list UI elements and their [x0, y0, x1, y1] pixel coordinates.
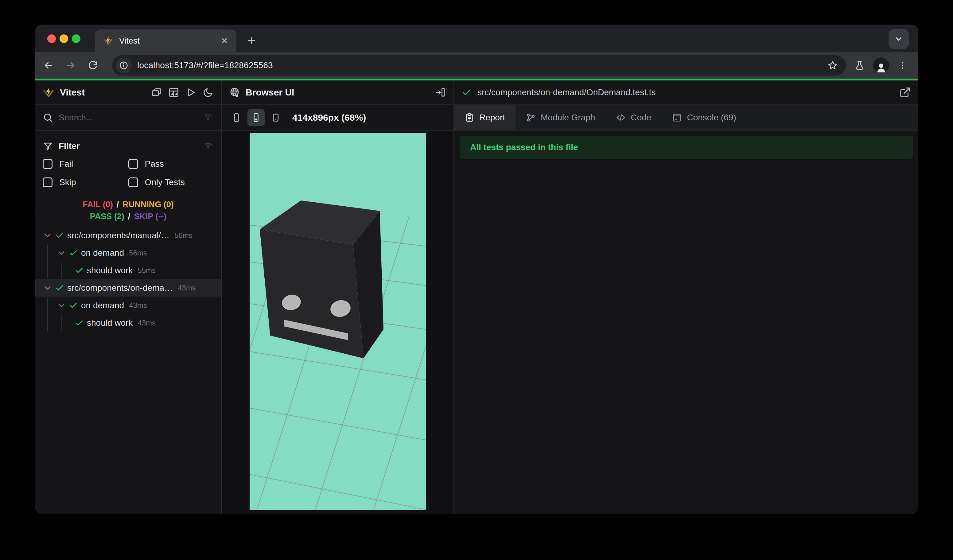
code-icon: [616, 113, 626, 123]
tab-label: Code: [631, 113, 651, 123]
test-label: on demand: [81, 301, 124, 310]
preview-area: [222, 131, 453, 514]
tab-module-graph[interactable]: Module Graph: [515, 105, 605, 130]
run-all-icon[interactable]: [185, 87, 197, 98]
clipboard-icon: [464, 113, 474, 123]
test-label: should work: [87, 318, 133, 328]
vitest-favicon-icon: [103, 36, 113, 46]
forward-button[interactable]: [62, 57, 79, 74]
new-tab-button[interactable]: [242, 31, 261, 50]
browser-tab[interactable]: Vitest: [95, 29, 236, 52]
summary-line-1: FAIL (0) / RUNNING (0): [82, 200, 174, 209]
menu-dots-icon[interactable]: [894, 57, 911, 74]
pass-count: PASS (2): [90, 212, 124, 221]
back-button[interactable]: [40, 57, 57, 74]
pass-check-icon: [75, 318, 84, 327]
zoom-window-button[interactable]: [72, 34, 81, 43]
test-summary: FAIL (0) / RUNNING (0) PASS (2) / SKIP (…: [35, 195, 221, 226]
test-label: should work: [87, 265, 133, 275]
tab-title: Vitest: [119, 36, 140, 46]
tab-strip: Vitest: [35, 25, 918, 52]
search-bar[interactable]: Search...: [35, 105, 221, 131]
tree-row-file-on-demand[interactable]: src/components/on-dema… 43ms: [35, 279, 221, 296]
vitest-ui: Vitest: [35, 81, 918, 514]
test-duration: 43ms: [138, 319, 156, 327]
checkbox[interactable]: [43, 177, 53, 187]
device-phone-icon[interactable]: [228, 109, 245, 126]
module-graph-icon: [526, 113, 536, 123]
separator: /: [128, 212, 130, 221]
globe-icon: [229, 87, 240, 98]
sidebar-title: Vitest: [60, 87, 85, 98]
browser-preview-canvas[interactable]: [250, 133, 426, 510]
chevron-down-icon[interactable]: [56, 248, 66, 258]
clear-filter-icon[interactable]: [204, 113, 214, 123]
test-label: on demand: [81, 248, 124, 258]
reload-button[interactable]: [84, 57, 101, 74]
chevron-down-icon[interactable]: [43, 283, 53, 293]
test-duration: 55ms: [138, 266, 156, 275]
report-content: All tests passed in this file: [454, 131, 918, 514]
filter-checkbox-skip[interactable]: Skip: [43, 177, 128, 187]
tree-row-test[interactable]: should work 55ms: [35, 262, 221, 279]
dark-mode-moon-icon[interactable]: [203, 87, 214, 98]
viewport-size-label: 414x896px (68%): [292, 112, 366, 123]
device-tablet-icon[interactable]: [267, 109, 284, 126]
pass-check-icon: [55, 231, 64, 240]
device-phone-plus-icon[interactable]: [247, 109, 265, 126]
site-info-icon[interactable]: [116, 57, 132, 73]
filter-checkbox-only-tests[interactable]: Only Tests: [128, 177, 214, 187]
browser-window: Vitest localhost:5173/#/?file=1828625563: [35, 25, 918, 514]
file-path: src/components/on-demand/OnDemand.test.t…: [477, 87, 656, 97]
dock-toggle-icon[interactable]: [151, 87, 162, 98]
address-bar[interactable]: localhost:5173/#/?file=1828625563: [112, 55, 846, 76]
tree-row-test[interactable]: should work 43ms: [35, 314, 221, 332]
profile-avatar[interactable]: [873, 57, 889, 73]
toolbar-right: [851, 57, 911, 74]
checkbox-label: Fail: [59, 159, 73, 169]
traffic-lights: [47, 34, 81, 43]
chevron-down-icon[interactable]: [43, 231, 53, 240]
dock-panel-right-icon[interactable]: [435, 87, 446, 98]
tab-close-icon[interactable]: [220, 37, 228, 45]
test-duration: 56ms: [129, 249, 147, 257]
vitest-logo-icon: [43, 87, 54, 98]
clear-filter-icon[interactable]: [204, 141, 214, 151]
checkbox-label: Pass: [145, 159, 164, 169]
dashboard-icon[interactable]: [168, 87, 179, 98]
tree-guideline: [61, 262, 62, 278]
pass-check-icon: [69, 301, 78, 310]
filter-section: Filter Fail Pass: [35, 131, 221, 192]
minimize-window-button[interactable]: [60, 34, 68, 43]
checkbox-label: Skip: [59, 177, 76, 187]
bookmark-star-icon[interactable]: [827, 60, 838, 71]
url-text[interactable]: localhost:5173/#/?file=1828625563: [137, 60, 273, 70]
tab-console[interactable]: Console (69): [662, 105, 747, 130]
pass-check-icon: [69, 248, 78, 258]
console-icon: [672, 113, 682, 123]
tree-row-suite[interactable]: on demand 43ms: [35, 296, 221, 314]
checkbox[interactable]: [43, 159, 53, 169]
tab-code[interactable]: Code: [605, 105, 662, 130]
tree-row-suite[interactable]: on demand 56ms: [35, 244, 221, 262]
filter-checkbox-fail[interactable]: Fail: [43, 159, 128, 169]
report-header: src/components/on-demand/OnDemand.test.t…: [454, 81, 918, 105]
checkbox[interactable]: [128, 177, 138, 187]
chevron-down-icon[interactable]: [56, 301, 66, 310]
filter-checkbox-pass[interactable]: Pass: [128, 159, 214, 169]
tab-report[interactable]: Report: [454, 105, 515, 130]
open-external-icon[interactable]: [899, 87, 911, 98]
test-duration: 43ms: [178, 284, 196, 292]
experiments-flask-icon[interactable]: [851, 57, 868, 74]
test-label: src/components/manual/…: [67, 231, 169, 240]
browser-ui-panel: Browser UI 414x896px (68%): [222, 81, 454, 514]
tree-row-file-manual[interactable]: src/components/manual/… 56ms: [35, 226, 221, 244]
checkbox[interactable]: [128, 159, 138, 169]
all-tests-passed-banner: All tests passed in this file: [459, 136, 913, 159]
close-window-button[interactable]: [47, 34, 56, 43]
tree-guideline: [47, 245, 48, 278]
search-placeholder: Search...: [59, 113, 93, 123]
tab-search-button[interactable]: [889, 29, 909, 49]
test-duration: 43ms: [129, 301, 147, 310]
search-icon: [43, 112, 53, 123]
